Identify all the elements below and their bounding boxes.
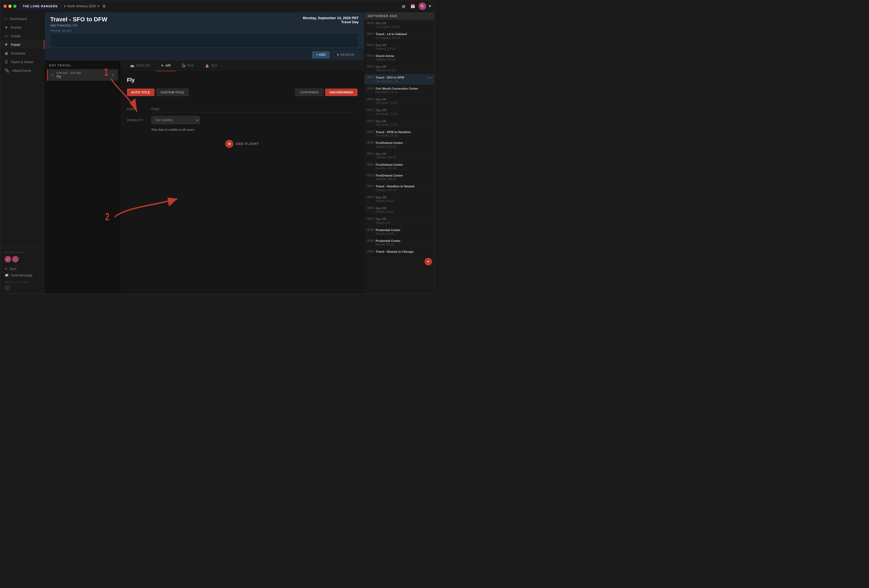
tab-air-label: AIR	[165, 64, 171, 68]
unconfirmed-button[interactable]: UNCONFIRMED	[325, 89, 357, 96]
calendar-item-0910[interactable]: 09/10 Travel - LA to Oakland Los Angeles…	[364, 31, 434, 41]
cal-event-name-0930: Travel - Newark to Chicago	[376, 250, 432, 253]
confirmed-button[interactable]: CONFIRMED	[295, 89, 323, 96]
calendar-add-button[interactable]: +	[424, 258, 432, 265]
cal-date-0915: 09/15	[367, 87, 376, 90]
visibility-select[interactable]: Set Visibility	[151, 116, 200, 124]
tab-sea[interactable]: ⛵ SEA	[200, 61, 223, 71]
calendar-icon[interactable]: 📅	[409, 3, 416, 9]
sync-action[interactable]: ↺ Sync	[4, 266, 40, 272]
send-message-action[interactable]: 📢 Send Message	[4, 272, 40, 278]
ground-icon: 🚌	[130, 64, 134, 68]
calendar-item-0915[interactable]: 09/15 Fort Worth Convention Center Fort …	[364, 85, 434, 96]
sidebar-item-dashboard-label: Dashboard	[9, 17, 27, 21]
maximize-button[interactable]	[13, 4, 16, 8]
sidebar: ⌂ Dashboard ★ Events ▭ Hotels ✕ Travel ▣	[0, 12, 45, 294]
party-input[interactable]	[151, 106, 357, 112]
sidebar-item-tasks[interactable]: ☰ Tasks & Notes	[0, 58, 44, 66]
minimize-button[interactable]	[8, 4, 12, 8]
event-info: Travel - SFO to DFW San Francisco, CA	[50, 16, 107, 27]
cal-event-name-0913: Day Off	[376, 65, 432, 68]
sidebar-item-schedule[interactable]: ▣ Schedule	[0, 49, 44, 58]
close-button[interactable]	[3, 4, 7, 8]
calendar-item-0921[interactable]: 09/21 Day Off Hamilton, ON CA	[364, 150, 434, 161]
cal-date-0929: 09/29	[367, 239, 376, 242]
app-logo: THE LONE RANGERS	[20, 3, 61, 9]
flight-title: Fly	[127, 77, 357, 83]
cal-event-location-0920: Hamilton, ON CA	[376, 145, 432, 148]
remove-button[interactable]: 🗑 REMOVE	[332, 51, 359, 58]
rail-icon: 🚂	[181, 64, 185, 68]
calendar-item-0928[interactable]: 09/28 Prudential Center Newark, NJ US	[364, 227, 434, 237]
calendar-item-0927[interactable]: 09/27 Day Off Newark, US	[364, 215, 434, 226]
travel-notes-input[interactable]	[50, 33, 359, 48]
sidebar-item-events-label: Events	[11, 25, 22, 30]
grid-icon[interactable]: ▦	[400, 3, 407, 9]
cal-event-name-0921: Day Off	[376, 152, 432, 156]
calendar-item-0919[interactable]: 09/19 Travel - DFW to Hamilton Fort Wort…	[364, 129, 434, 139]
cal-event-location-0926: Newark, NJ US	[376, 210, 432, 213]
calendar-item-0922[interactable]: 09/22 FirstOntario Centre Hamilton, ON C…	[364, 161, 434, 172]
day-travel-header: DAY TRAVEL	[45, 61, 120, 69]
cal-content-0913: Day Off Oakland, CA US	[376, 65, 432, 72]
tab-ground-label: GROUND	[136, 64, 150, 68]
calendar-bottom: +	[364, 256, 434, 268]
tab-air[interactable]: ✈ AIR	[156, 61, 176, 71]
calendar-item-0914[interactable]: 09/14 Travel - SFO to DFW San Francisco,…	[364, 74, 434, 85]
calendar-item-0929[interactable]: 09/29 Prudential Center Newark, NJ US	[364, 237, 434, 248]
party-row: PARTY	[127, 106, 357, 112]
custom-title-button[interactable]: CUSTOM TITLE	[156, 89, 189, 96]
avatar-1: 🎸	[4, 256, 11, 262]
add-flight-button[interactable]: + ADD FLIGHT	[127, 136, 357, 151]
travel-icon: ✕	[4, 42, 8, 47]
cal-event-location-0911: Oakland, CA US	[376, 47, 432, 50]
add-button[interactable]: + ADD	[312, 51, 330, 58]
sidebar-item-dashboard[interactable]: ⌂ Dashboard	[0, 14, 44, 23]
cal-date-0920: 09/20	[367, 141, 376, 144]
calendar-item-0911[interactable]: 09/11 Day Off Oakland, CA US	[364, 41, 434, 52]
calendar-item-0916[interactable]: 09/16 Day Off Fort Worth, TX US	[364, 96, 434, 107]
cal-event-location-0927: Newark, US	[376, 221, 432, 225]
auto-title-button[interactable]: AUTO TITLE	[127, 89, 154, 96]
cal-event-location-0924: Hamilton, ON CA	[376, 188, 432, 192]
travel-item-fly[interactable]: ✈ 8:00 AM - 9:00 AM Fly 🗑	[47, 69, 118, 81]
flight-detail-panel: 🚌 GROUND ✈ AIR 🚂 RAIL	[120, 61, 364, 294]
sidebar-item-hotels[interactable]: ▭ Hotels	[0, 31, 44, 40]
tab-rail[interactable]: 🚂 RAIL	[176, 61, 200, 71]
cal-event-location-0929: Newark, NJ US	[376, 243, 432, 246]
cal-date-0916: 09/16	[367, 98, 376, 101]
cal-event-name-0925: Day Off	[376, 196, 432, 199]
visibility-row: VISIBILITY Set Visibility	[127, 116, 357, 124]
calendar-item-0913[interactable]: 09/13 Day Off Oakland, CA US	[364, 63, 434, 74]
trash-icon[interactable]: 🗑	[111, 73, 115, 77]
calendar-item-0912[interactable]: 09/12 Oracle Arena Oakland, CA US	[364, 52, 434, 63]
party-label: PARTY	[127, 108, 151, 111]
calendar-item-0920[interactable]: 09/20 FirstOntario Centre Hamilton, ON C…	[364, 139, 434, 150]
calendar-item-0926[interactable]: 09/26 Day Off Newark, NJ US	[364, 204, 434, 215]
tour-selector[interactable]: ▾ North America 2020 ▾ ⚙	[64, 4, 106, 8]
more-icon-0914[interactable]: •••	[427, 76, 432, 80]
sidebar-item-travel[interactable]: ✕ Travel	[0, 40, 44, 49]
calendar-item-0923[interactable]: 09/23 FirstOntario Centre Hamilton, ON C…	[364, 172, 434, 183]
settings-icon[interactable]: ⚙	[102, 4, 106, 8]
sidebar-item-attachments-label: Attachments	[12, 68, 31, 73]
cal-content-0930: Travel - Newark to Chicago	[376, 250, 432, 253]
add-flight-circle-icon: +	[225, 140, 233, 148]
calendar-item-0918[interactable]: 09/18 Day Off Fort Worth, TX US	[364, 118, 434, 129]
sidebar-item-attachments[interactable]: 📎 Attachments	[0, 66, 44, 75]
sidebar-item-events[interactable]: ★ Events	[0, 23, 44, 31]
nav-items: ⌂ Dashboard ★ Events ▭ Hotels ✕ Travel ▣	[0, 12, 44, 247]
calendar-item-0917[interactable]: 09/17 Day Off Fort Worth, TX US	[364, 107, 434, 117]
calendar-item-0925[interactable]: 09/25 Day Off Newark, NJ US	[364, 194, 434, 204]
schedule-icon: ▣	[4, 51, 8, 55]
user-avatar[interactable]: TL	[418, 2, 426, 10]
calendar-item-0930[interactable]: 09/30 Travel - Newark to Chicago	[364, 248, 434, 255]
sea-icon: ⛵	[205, 64, 209, 68]
calendar-item-0909[interactable]: 09/09 Day Off Los Angeles, CA US	[364, 20, 434, 31]
collapse-button[interactable]: «	[4, 285, 10, 290]
tab-sea-label: SEA	[211, 64, 217, 68]
tab-ground[interactable]: 🚌 GROUND	[125, 61, 156, 71]
calendar-item-0924[interactable]: 09/24 Travel - Hamilton to Newark Hamilt…	[364, 183, 434, 194]
user-avatars: 🎸 🎵	[4, 256, 40, 262]
message-icon: 📢	[4, 274, 9, 277]
